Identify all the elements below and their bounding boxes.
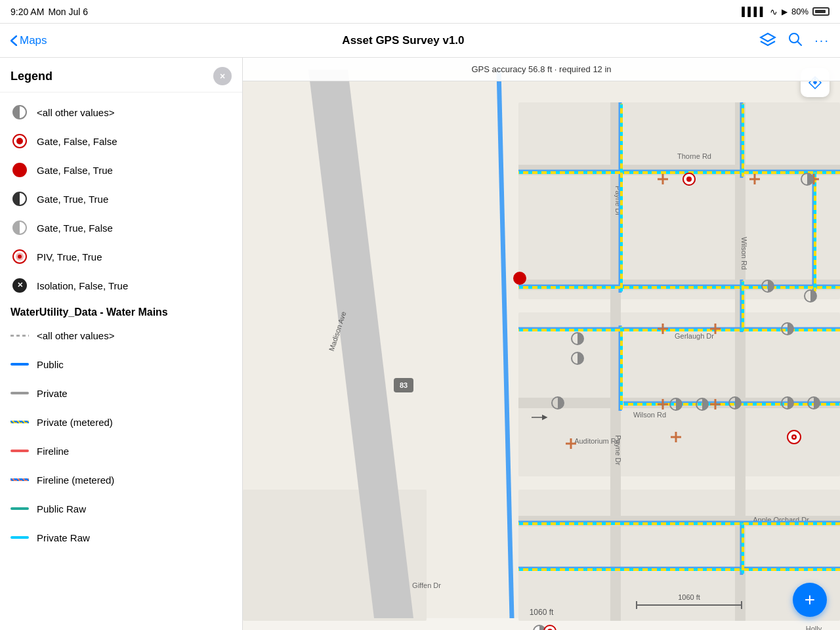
legend-label-public: Public — [37, 359, 64, 370]
legend-item-piv: PIV, True, True — [0, 242, 242, 271]
legend-header: Legend × — [0, 58, 242, 93]
dark-half-icon — [12, 192, 27, 206]
legend-item-public: Public — [0, 350, 242, 379]
isolation-icon — [12, 278, 27, 293]
legend-label-wm-other: <all other values> — [37, 330, 114, 341]
legend-label-fireline-metered: Fireline (metered) — [37, 474, 114, 486]
legend-label-isolation: Isolation, False, True — [37, 280, 128, 291]
gray-half-icon — [12, 220, 27, 235]
map-scale: 1060 ft — [530, 608, 554, 617]
legend-icon-fireline — [10, 442, 29, 460]
legend-icon-piv — [10, 247, 29, 266]
legend-item-gate-tt: Gate, True, True — [0, 184, 242, 213]
more-button[interactable]: ··· — [814, 33, 830, 48]
legend-icon-public — [10, 355, 29, 373]
yellow-blue-line-icon — [10, 421, 29, 423]
legend-label-gate-tf: Gate, True, False — [37, 222, 113, 234]
legend-label-gate-ff: Gate, False, False — [37, 136, 117, 147]
legend-icon-all-other — [10, 103, 29, 121]
svg-text:1060 ft: 1060 ft — [678, 593, 700, 601]
legend-icon-gate-ft — [10, 161, 29, 179]
svg-text:Gerlaugh Dr: Gerlaugh Dr — [675, 332, 714, 340]
orange-line-icon — [10, 450, 29, 452]
location-icon: ▶ — [782, 7, 788, 16]
legend-item-fireline-metered: Fireline (metered) — [0, 465, 242, 494]
search-button[interactable] — [788, 32, 803, 49]
green-line-icon — [10, 507, 29, 510]
back-chevron-icon — [10, 35, 17, 46]
gps-accuracy-text: GPS accuracy 56.8 ft · required 12 in — [471, 64, 611, 74]
svg-text:Wilson Rd: Wilson Rd — [633, 411, 666, 419]
page-title: Asset GPS Survey v1.0 — [342, 34, 464, 47]
layers-button[interactable] — [759, 32, 776, 49]
legend-icon-gate-tt — [10, 190, 29, 208]
nav-bar: Maps Asset GPS Survey v1.0 ··· — [0, 24, 840, 58]
svg-text:83: 83 — [400, 381, 408, 389]
close-icon: × — [220, 71, 225, 81]
svg-text:Auditorium Rd: Auditorium Rd — [574, 437, 620, 445]
more-icon: ··· — [814, 33, 830, 47]
battery-icon — [812, 7, 830, 16]
svg-line-1 — [797, 41, 801, 45]
svg-text:Holly: Holly — [806, 625, 822, 630]
red-fill-icon — [12, 163, 27, 177]
legend-icon-gate-ff — [10, 132, 29, 150]
orange-blue-line-icon — [10, 478, 29, 481]
legend-item-gate-tf: Gate, True, False — [0, 213, 242, 242]
legend-item-gate-ft: Gate, False, True — [0, 156, 242, 184]
legend-item-fireline: Fireline — [0, 436, 242, 465]
legend-icon-private — [10, 384, 29, 402]
svg-rect-6 — [518, 490, 840, 621]
legend-icon-public-raw — [10, 499, 29, 518]
legend-label-piv: PIV, True, True — [37, 251, 102, 262]
legend-close-button[interactable]: × — [213, 67, 232, 85]
legend-label-gate-ft: Gate, False, True — [37, 165, 113, 176]
back-label: Maps — [20, 34, 47, 47]
svg-point-99 — [793, 436, 795, 438]
search-icon — [788, 32, 803, 47]
legend-item-private-raw: Private Raw — [0, 523, 242, 552]
cyan-line-icon — [10, 536, 29, 539]
legend-icon-private-metered — [10, 413, 29, 431]
legend-icon-wm-other — [10, 326, 29, 345]
svg-text:Giffen Dr: Giffen Dr — [412, 581, 441, 589]
battery-pct: 80% — [791, 7, 808, 16]
add-feature-button[interactable]: + — [793, 583, 827, 617]
dashed-gray-line-icon — [10, 335, 29, 337]
legend-title: Legend — [10, 70, 52, 83]
svg-point-96 — [686, 177, 692, 182]
blue-line-icon — [10, 363, 29, 366]
signal-icon: ▌▌▌▌ — [742, 7, 766, 16]
legend-items: <all other values> Gate, False, False Ga… — [0, 93, 242, 557]
legend-label-fireline: Fireline — [37, 446, 69, 457]
date: Mon Jul 6 — [48, 7, 88, 17]
legend-label-all-other: <all other values> — [37, 107, 114, 118]
legend-icon-isolation — [10, 276, 29, 295]
status-right: ▌▌▌▌ ∿ ▶ 80% — [742, 7, 830, 17]
legend-label-private-raw: Private Raw — [37, 532, 90, 543]
add-icon: + — [805, 589, 815, 610]
legend-item-gate-ff: Gate, False, False — [0, 127, 242, 156]
legend-item-private-metered: Private (metered) — [0, 408, 242, 436]
map-area[interactable]: 83 Thorne Rd Gerlaugh Dr Payne Dr Payne … — [243, 58, 840, 630]
water-mains-header: WaterUtility_Data - Water Mains — [0, 300, 242, 321]
svg-rect-4 — [518, 102, 840, 299]
legend-item-all-other: <all other values> — [0, 98, 242, 127]
scale-label: 1060 ft — [530, 608, 554, 617]
svg-point-94 — [514, 272, 526, 284]
nav-icons: ··· — [759, 32, 830, 49]
map-canvas: 83 Thorne Rd Gerlaugh Dr Payne Dr Payne … — [243, 58, 840, 630]
svg-text:Wilson Rd: Wilson Rd — [740, 237, 748, 270]
legend-icon-fireline-metered — [10, 471, 29, 489]
half-circle-icon — [12, 105, 27, 119]
legend-label-public-raw: Public Raw — [37, 503, 86, 514]
red-dot-icon — [12, 134, 27, 148]
legend-item-isolation: Isolation, False, True — [0, 271, 242, 300]
gray-line-icon — [10, 392, 29, 394]
legend-icon-gate-tf — [10, 219, 29, 237]
layers-icon — [759, 32, 776, 47]
gps-accuracy-bar: GPS accuracy 56.8 ft · required 12 in — [243, 58, 840, 81]
wifi-icon: ∿ — [770, 7, 778, 17]
legend-icon-private-raw — [10, 528, 29, 547]
back-button[interactable]: Maps — [10, 34, 47, 47]
